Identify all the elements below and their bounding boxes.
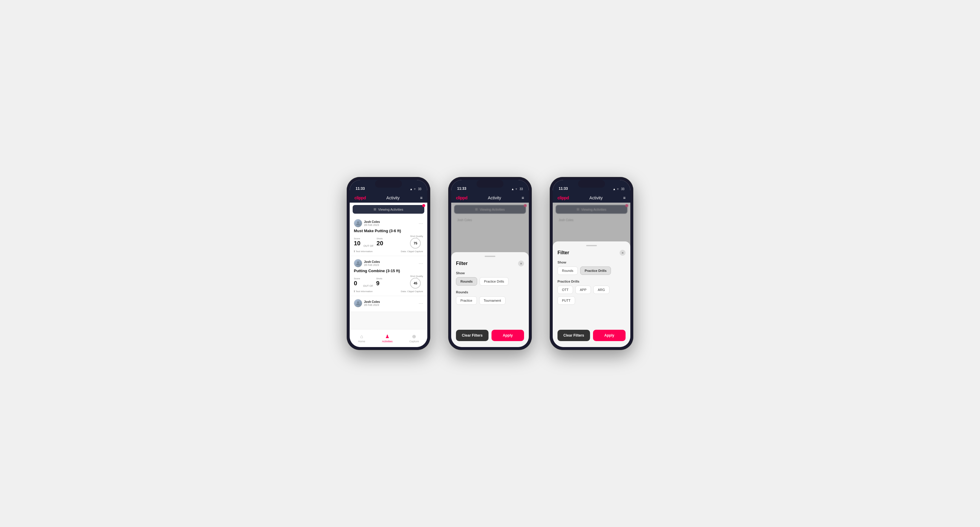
phones-container: 11:33 ▲ ᯤ 33 clippd Activity ≡ ⊞ Viewing… [347, 177, 633, 350]
status-time-1: 11:33 [356, 187, 365, 191]
close-button-2[interactable]: ✕ [518, 260, 524, 267]
battery-icon: 33 [418, 187, 421, 191]
status-icons-2: ▲ ᯤ 33 [511, 187, 523, 191]
test-info-2: ℹ Test Information [354, 290, 373, 293]
card-user-3: Josh Coles 28 Feb 2023 [354, 299, 380, 307]
svg-point-2 [357, 302, 359, 303]
practice-drills-filter-buttons-3: OTT APP ARG PUTT [557, 286, 625, 305]
out-of-1: OUT OF [363, 244, 374, 249]
filter-btn-arg-3[interactable]: ARG [593, 286, 609, 294]
modal-header-3: Filter ✕ [557, 250, 625, 256]
card-user-2: Josh Coles 28 Feb 2023 [354, 259, 380, 267]
info-icon-1: ℹ [354, 250, 355, 253]
card-user-1: Josh Coles 28 Feb 2023 [354, 219, 380, 227]
user-name-1: Josh Coles [364, 220, 380, 224]
info-icon-2: ℹ [354, 290, 355, 293]
clear-filters-button-2[interactable]: Clear Filters [456, 330, 488, 341]
dots-menu-1[interactable]: ··· [418, 221, 423, 225]
menu-icon-1[interactable]: ≡ [420, 195, 423, 200]
home-label: Home [358, 340, 365, 343]
status-time-2: 11:33 [457, 187, 466, 191]
capture-label: Capture [409, 340, 419, 343]
filter-btn-practice-drills-3[interactable]: Practice Drills [580, 267, 611, 275]
practice-drills-label-3: Practice Drills [557, 279, 625, 283]
filter-btn-tournament-2[interactable]: Tournament [479, 296, 506, 305]
out-of-2: OUT OF [363, 284, 373, 289]
data-source-1: Data: Clippd Capture [401, 250, 423, 253]
viewing-bar-text-1: Viewing Activities [378, 208, 403, 211]
modal-overlay-2: Filter ✕ Show Rounds Practice Drills Rou… [451, 203, 529, 347]
filter-btn-practice-drills-2[interactable]: Practice Drills [480, 277, 509, 286]
phone-3: 11:33 ▲ ᯤ 33 clippd Activity ≡ ⊞ Viewing [550, 177, 633, 350]
filter-sheet-3: Filter ✕ Show Rounds Practice Drills Pra… [553, 241, 630, 347]
activity-card-1: Josh Coles 28 Feb 2023 ··· Must Make Put… [350, 216, 427, 256]
user-name-3: Josh Coles [364, 300, 380, 303]
show-label-3: Show [557, 260, 625, 264]
close-button-3[interactable]: ✕ [620, 250, 625, 256]
nav-title-2: Activity [488, 195, 501, 200]
test-info-1: ℹ Test Information [354, 250, 373, 253]
rounds-label-2: Rounds [456, 290, 524, 294]
sq-label-1: Shot Quality [410, 235, 423, 238]
viewing-bar-1[interactable]: ⊞ Viewing Activities [353, 205, 424, 214]
dynamic-island [375, 180, 402, 188]
status-icons-1: ▲ ᯤ 33 [410, 187, 421, 191]
card-title-1: Must Make Putting (3-6 ft) [354, 229, 423, 233]
home-icon: ⌂ [360, 334, 363, 339]
apply-button-3[interactable]: Apply [593, 330, 625, 341]
battery-icon-2: 33 [520, 187, 523, 191]
filter-btn-rounds-2[interactable]: Rounds [456, 277, 477, 286]
dots-menu-3[interactable]: ··· [418, 301, 423, 306]
avatar-2 [354, 259, 362, 267]
modal-header-2: Filter ✕ [456, 260, 524, 267]
apply-button-2[interactable]: Apply [492, 330, 524, 341]
show-filter-buttons-2: Rounds Practice Drills [456, 277, 524, 286]
nav-item-activities[interactable]: ♟ Activities [382, 333, 393, 343]
shots-label-1: Shots [377, 237, 383, 240]
nav-bar-2: clippd Activity ≡ [451, 193, 529, 203]
wifi-icon: ᯤ [414, 187, 417, 191]
data-source-2: Data: Clippd Capture [401, 290, 423, 293]
show-label-2: Show [456, 271, 524, 275]
modal-handle-3 [586, 245, 597, 246]
clear-filters-button-3[interactable]: Clear Filters [557, 330, 590, 341]
filter-btn-putt-3[interactable]: PUTT [557, 296, 575, 305]
menu-icon-3[interactable]: ≡ [623, 195, 625, 200]
filter-icon-1: ⊞ [374, 207, 376, 211]
avatar-3 [354, 299, 362, 307]
filter-btn-rounds-3[interactable]: Rounds [557, 267, 578, 275]
nav-bar-1: clippd Activity ≡ [350, 193, 427, 203]
signal-icon-3: ▲ [613, 187, 616, 191]
svg-point-1 [357, 262, 359, 263]
filter-btn-app-3[interactable]: APP [575, 286, 591, 294]
user-name-2: Josh Coles [364, 260, 380, 264]
filter-btn-ott-3[interactable]: OTT [557, 286, 573, 294]
sq-badge-2: 45 [410, 278, 421, 289]
svg-point-0 [357, 221, 359, 223]
signal-icon-2: ▲ [511, 187, 514, 191]
filter-title-3: Filter [557, 250, 569, 256]
filter-title-2: Filter [456, 261, 468, 266]
user-date-1: 28 Feb 2023 [364, 224, 380, 227]
nav-item-home[interactable]: ⌂ Home [358, 334, 365, 343]
dots-menu-2[interactable]: ··· [418, 261, 423, 265]
sq-label-2: Shot Quality [410, 275, 423, 278]
filter-sheet-2: Filter ✕ Show Rounds Practice Drills Rou… [451, 252, 529, 347]
rounds-filter-buttons-2: Practice Tournament [456, 296, 524, 305]
nav-bar-3: clippd Activity ≡ [553, 193, 630, 203]
menu-icon-2[interactable]: ≡ [522, 195, 524, 200]
card-title-2: Putting Combine (3-15 ft) [354, 268, 423, 273]
avatar-1 [354, 219, 362, 227]
status-icons-3: ▲ ᯤ 33 [613, 187, 624, 191]
activity-card-3: Josh Coles 28 Feb 2023 ··· [350, 296, 427, 312]
modal-footer-3: Clear Filters Apply [557, 330, 625, 341]
dynamic-island-3 [578, 180, 605, 188]
nav-item-capture[interactable]: ⊕ Capture [409, 333, 419, 343]
activities-label: Activities [382, 340, 393, 343]
nav-title-1: Activity [387, 195, 399, 200]
modal-overlay-3: Filter ✕ Show Rounds Practice Drills Pra… [553, 203, 630, 347]
filter-btn-practice-2[interactable]: Practice [456, 296, 477, 305]
phone-1: 11:33 ▲ ᯤ 33 clippd Activity ≡ ⊞ Viewing… [347, 177, 430, 350]
wifi-icon-2: ᯤ [515, 187, 519, 191]
shots-value-1: 20 [377, 240, 383, 246]
